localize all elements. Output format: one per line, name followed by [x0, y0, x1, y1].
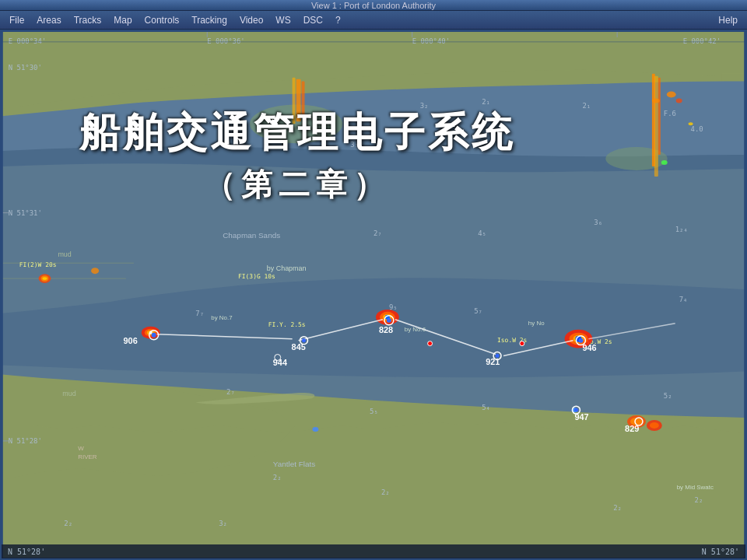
svg-point-80	[652, 98, 660, 103]
svg-text:5₂: 5₂	[664, 392, 672, 400]
svg-text:2₁: 2₁	[582, 102, 591, 110]
title-text: View 1 : Port of London Authority	[311, 1, 436, 10]
svg-text:845: 845	[292, 342, 306, 352]
status-coord-right: N 51°28'	[702, 548, 739, 556]
menu-tracking[interactable]: Tracking	[185, 13, 233, 27]
menu-controls[interactable]: Controls	[139, 13, 186, 27]
svg-point-120	[428, 341, 433, 346]
svg-text:2₂: 2₂	[64, 520, 72, 527]
svg-text:7₄: 7₄	[679, 296, 688, 303]
svg-text:2₇: 2₇	[226, 388, 235, 396]
svg-text:RIVER: RIVER	[78, 453, 97, 460]
svg-text:Chapman Sands: Chapman Sands	[223, 231, 280, 240]
svg-text:E 000°34': E 000°34'	[9, 37, 46, 45]
svg-text:2₂: 2₂	[381, 488, 390, 496]
svg-text:921: 921	[486, 357, 500, 366]
svg-point-81	[661, 160, 668, 165]
menu-help[interactable]: Help	[712, 13, 744, 27]
svg-text:N 51°30': N 51°30'	[9, 64, 42, 72]
svg-text:1₂₄: 1₂₄	[675, 226, 688, 233]
svg-text:2₂: 2₂	[613, 504, 622, 512]
svg-text:3₆: 3₆	[594, 219, 602, 226]
svg-text:2₂: 2₂	[273, 474, 282, 481]
svg-text:N 51°28': N 51°28'	[9, 437, 42, 445]
menu-ws[interactable]: WS	[269, 13, 296, 27]
svg-rect-60	[658, 78, 661, 155]
svg-text:946: 946	[582, 343, 596, 352]
svg-point-88	[91, 268, 99, 274]
svg-text:829: 829	[625, 424, 639, 433]
svg-text:5₄: 5₄	[482, 404, 490, 411]
menu-areas[interactable]: Areas	[30, 13, 67, 27]
svg-text:2₇: 2₇	[374, 229, 382, 237]
menu-help-q[interactable]: ?	[329, 13, 347, 27]
svg-text:2₂: 2₂	[695, 496, 703, 504]
svg-text:hy No: hy No	[528, 320, 545, 327]
svg-point-108	[574, 408, 578, 412]
svg-text:Yantlet Flats: Yantlet Flats	[273, 460, 316, 468]
menu-file[interactable]: File	[3, 13, 30, 27]
svg-point-78	[676, 98, 682, 103]
menu-bar: File Areas Tracks Map Controls Tracking …	[0, 11, 747, 30]
svg-point-102	[387, 318, 391, 323]
menu-dsc[interactable]: DSC	[297, 13, 329, 27]
svg-text:2₁: 2₁	[482, 98, 490, 106]
svg-text:E 000°36': E 000°36'	[207, 37, 244, 45]
svg-text:944: 944	[273, 358, 288, 367]
overlay-title: 船舶交通管理电子系统	[79, 109, 515, 157]
overlay-subtitle: （第二章）	[79, 163, 515, 206]
svg-point-79	[689, 122, 693, 125]
svg-text:by Mid Swatc: by Mid Swatc	[677, 484, 714, 491]
svg-rect-61	[654, 76, 658, 177]
svg-point-87	[312, 427, 318, 432]
svg-text:mud: mud	[58, 250, 71, 258]
svg-text:mud: mud	[62, 390, 75, 397]
svg-text:5₇: 5₇	[474, 307, 482, 315]
svg-text:FI(3)G 10s: FI(3)G 10s	[238, 273, 275, 280]
svg-text:828: 828	[379, 325, 393, 334]
svg-text:947: 947	[574, 412, 588, 422]
svg-text:906: 906	[124, 336, 138, 345]
menu-video[interactable]: Video	[233, 13, 269, 27]
svg-text:F.6: F.6	[664, 110, 676, 117]
svg-text:FI.Y. 2.5s: FI.Y. 2.5s	[268, 321, 306, 328]
svg-text:W: W	[78, 445, 84, 452]
svg-text:E 000°42': E 000°42'	[683, 37, 721, 45]
svg-text:4.0: 4.0	[691, 125, 703, 133]
svg-text:by No.7: by No.7	[211, 314, 233, 321]
svg-text:E 000°40': E 000°40'	[412, 37, 450, 45]
svg-point-98	[152, 333, 156, 338]
status-bar: N 51°28' N 51°28'	[2, 544, 745, 558]
status-coord-left: N 51°28'	[8, 548, 45, 556]
svg-point-77	[667, 92, 676, 98]
svg-text:by Chapman: by Chapman	[267, 264, 307, 272]
overlay-text: 船舶交通管理电子系统 （第二章）	[79, 109, 515, 206]
svg-text:3₂: 3₂	[219, 520, 227, 527]
svg-point-85	[650, 422, 659, 429]
title-bar: View 1 : Port of London Authority	[0, 0, 747, 11]
menu-tracks[interactable]: Tracks	[68, 13, 108, 27]
map-container[interactable]: 3₂ 2₁ 2₁ F.6 4.0 3₇ 2₇ 4₅ 3₆ 1₂₄ 7₄ 5₇ 9…	[0, 30, 747, 560]
svg-text:FI(2)W 20s: FI(2)W 20s	[19, 261, 57, 268]
svg-text:N 51°31': N 51°31'	[9, 209, 42, 217]
svg-text:5₅: 5₅	[370, 408, 378, 415]
svg-text:7₇: 7₇	[195, 310, 204, 317]
menu-map[interactable]: Map	[107, 13, 138, 27]
svg-point-119	[520, 341, 524, 346]
svg-text:4₅: 4₅	[478, 229, 486, 237]
svg-point-91	[43, 277, 47, 280]
